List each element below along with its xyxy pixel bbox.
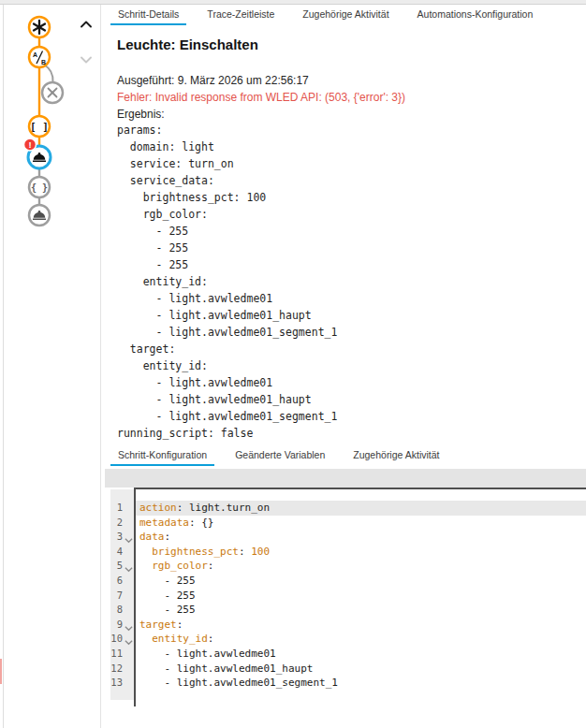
expand-graph-button[interactable] [79, 53, 94, 66]
line-number: 12 [110, 662, 123, 677]
editor-header-band [105, 469, 586, 488]
yaml-line: - light.avwledme01 [117, 374, 337, 391]
fold-chevron-icon [125, 638, 133, 647]
fold-spacer [123, 678, 134, 688]
fold-chevron-icon [125, 536, 133, 545]
code-line[interactable]: entity_id: [136, 632, 586, 647]
fold-toggle[interactable] [123, 532, 134, 542]
svg-text:!: ! [28, 139, 31, 150]
tab-zugehörige-aktivität[interactable]: Zugehörige Aktivität [345, 446, 447, 466]
page-title: Leuchte: Einschalten [117, 36, 258, 52]
fold-toggle[interactable] [123, 634, 134, 644]
code-line[interactable]: brightness_pct: 100 [136, 545, 586, 560]
yaml-line: target: [117, 341, 337, 357]
code-line[interactable]: - light.avwledme01 [136, 647, 586, 662]
line-number: 3 [110, 530, 123, 545]
yaml-line: - 255 [117, 223, 337, 240]
error-indicator-strip [0, 659, 2, 684]
code-line[interactable]: target: [136, 618, 586, 633]
yaml-line: - light.avwledme01_haupt [117, 307, 337, 324]
code-line[interactable]: data: [136, 530, 586, 545]
yaml-line: - light.avwledme01_segment_1 [117, 408, 337, 425]
fold-spacer [123, 517, 134, 527]
fold-spacer [123, 605, 134, 615]
collapse-graph-button[interactable] [79, 18, 94, 31]
yaml-line: entity_id: [117, 273, 337, 290]
code-line[interactable]: - 255 [136, 574, 586, 589]
executed-timestamp: Ausgeführt: 9. März 2026 um 22:56:17 [117, 74, 309, 87]
trace-tab-bar: Schritt-DetailsTrace-ZeitleisteZugehörig… [110, 6, 586, 25]
params-yaml-block: params: domain: light service: turn_on s… [117, 122, 337, 442]
service-call-node-2[interactable] [29, 205, 50, 226]
fold-spacer [123, 547, 134, 557]
line-number: 7 [110, 589, 123, 604]
yaml-line: - 255 [117, 256, 337, 273]
line-number: 11 [110, 647, 123, 662]
step-details-panel: Schritt-DetailsTrace-ZeitleisteZugehörig… [101, 0, 586, 728]
line-number: 1 [110, 501, 123, 516]
code-braces-icon: { } [31, 182, 48, 193]
yaml-line: service_data: [117, 172, 337, 189]
condition-node[interactable]: AB [29, 47, 50, 67]
code-line[interactable]: rgb_color: [136, 559, 586, 574]
sequence-node[interactable]: [ ] [29, 116, 50, 137]
yaml-line: entity_id: [117, 357, 337, 374]
yaml-line: - light.avwledme01 [117, 290, 337, 307]
svg-text:[ ]: [ ] [30, 121, 49, 133]
line-number: 5 [110, 559, 123, 574]
yaml-line: brightness_pct: 100 [117, 189, 337, 206]
code-line[interactable]: metadata: {} [136, 516, 586, 531]
tab-zugehörige-aktivität[interactable]: Zugehörige Aktivität [295, 6, 396, 25]
yaml-line: - light.avwledme01_haupt [117, 391, 337, 408]
code-line[interactable]: - 255 [136, 589, 586, 604]
error-badge: ! [24, 138, 37, 151]
chevron-up-icon [79, 18, 94, 31]
fold-chevron-icon [125, 565, 133, 574]
variables-node[interactable]: { } [29, 177, 50, 197]
code-line[interactable]: - light.avwledme01_segment_1 [136, 676, 586, 691]
trace-graph-panel: AB[ ]!{ } [0, 0, 100, 253]
code-line[interactable]: - light.avwledme01_haupt [136, 662, 586, 677]
yaml-line: - 255 [117, 240, 337, 256]
line-number: 6 [110, 574, 123, 589]
tab-geänderte-variablen[interactable]: Geänderte Variablen [227, 446, 332, 466]
fold-spacer [123, 503, 134, 513]
fold-toggle[interactable] [123, 561, 134, 571]
line-number: 13 [110, 676, 123, 691]
yaml-line: rgb_color: [117, 206, 337, 223]
fold-toggle[interactable] [123, 620, 134, 630]
yaml-line: domain: light [117, 138, 337, 155]
code-line[interactable]: action: light.turn_on [136, 501, 586, 516]
svg-text:{ }: { } [31, 182, 48, 193]
service-call-node[interactable]: ! [24, 138, 51, 168]
tab-automations-konfiguration[interactable]: Automations-Konfiguration [410, 6, 541, 25]
error-message: Fehler: Invalid response from WLED API: … [117, 91, 405, 104]
fold-spacer [123, 576, 134, 586]
condition-stop-node[interactable] [42, 82, 63, 103]
svg-text:A: A [33, 51, 37, 58]
line-number: 10 [110, 632, 123, 647]
tab-trace-zeitleiste[interactable]: Trace-Zeitleiste [199, 6, 282, 25]
fold-spacer [123, 590, 134, 600]
tab-schritt-konfiguration[interactable]: Schritt-Konfiguration [110, 446, 214, 466]
yaml-line: running_script: false [117, 425, 337, 442]
trigger-node[interactable] [29, 17, 50, 37]
chevron-down-icon [79, 53, 94, 66]
result-label: Ergebnis: [117, 108, 165, 121]
fold-spacer [123, 649, 134, 659]
editor-gutter: 12345678910111213 [110, 489, 134, 700]
trace-graph: AB[ ]!{ } [0, 0, 100, 253]
tab-schritt-details[interactable]: Schritt-Details [110, 6, 186, 25]
code-brackets-icon: [ ] [30, 121, 49, 133]
step-config-tab-bar: Schritt-KonfigurationGeänderte Variablen… [110, 446, 586, 466]
svg-text:B: B [41, 59, 46, 66]
fold-chevron-icon [125, 624, 133, 633]
code-line[interactable]: - 255 [136, 603, 586, 618]
yaml-line: service: turn_on [117, 155, 337, 172]
yaml-line: - light.avwledme01_segment_1 [117, 324, 337, 341]
yaml-line: params: [117, 122, 337, 138]
yaml-code-editor[interactable]: action: light.turn_onmetadata: {}data: b… [136, 489, 586, 700]
line-number: 9 [110, 618, 123, 633]
fold-spacer [123, 663, 134, 673]
line-number: 2 [110, 516, 123, 531]
